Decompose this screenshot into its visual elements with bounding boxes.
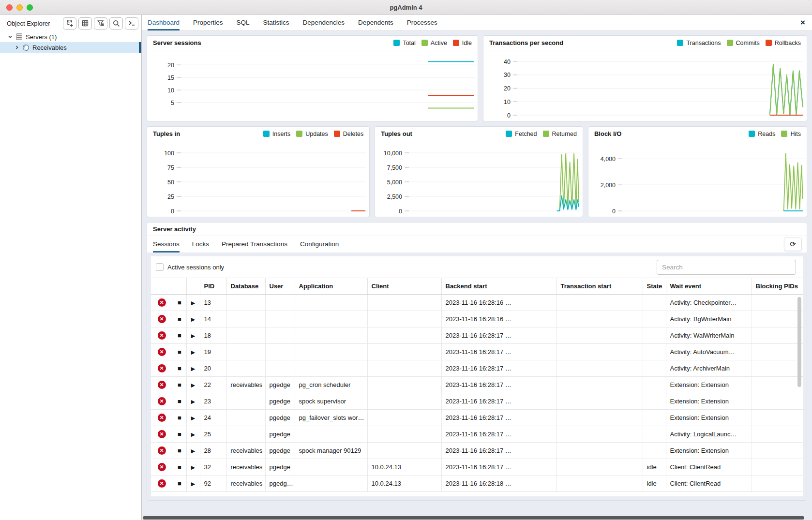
refresh-button[interactable]: ⟳ bbox=[784, 237, 802, 251]
col-database[interactable]: Database bbox=[226, 278, 265, 295]
activity-tab-configuration[interactable]: Configuration bbox=[300, 236, 339, 253]
col-state[interactable]: State bbox=[643, 278, 666, 295]
col-transaction-start[interactable]: Transaction start bbox=[556, 278, 643, 295]
terminate-session-button[interactable]: ✕ bbox=[158, 348, 166, 356]
terminate-session-button[interactable]: ✕ bbox=[158, 364, 166, 372]
cell-transaction-start bbox=[556, 393, 643, 410]
terminate-session-button[interactable]: ✕ bbox=[158, 381, 166, 389]
cancel-query-button[interactable]: ■ bbox=[178, 315, 181, 323]
search-button[interactable] bbox=[109, 17, 123, 30]
terminate-session-button-cell: ✕ bbox=[151, 311, 173, 327]
row-details-expand-button[interactable]: ▶ bbox=[191, 300, 195, 306]
terminate-session-button[interactable]: ✕ bbox=[158, 298, 166, 307]
horizontal-scrollbar[interactable] bbox=[143, 516, 804, 520]
tab-dependencies[interactable]: Dependencies bbox=[303, 15, 345, 30]
row-details-expand-button[interactable]: ▶ bbox=[191, 448, 195, 454]
cell-pid: 20 bbox=[200, 360, 226, 377]
terminate-session-button[interactable]: ✕ bbox=[158, 446, 166, 455]
psql-tool-button[interactable] bbox=[125, 17, 138, 30]
window-close-button[interactable] bbox=[6, 4, 13, 11]
tab-statistics[interactable]: Statistics bbox=[263, 15, 289, 30]
row-details-expand-button[interactable]: ▶ bbox=[191, 349, 195, 355]
main-tabbar-tabs: DashboardPropertiesSQLStatisticsDependen… bbox=[148, 15, 451, 30]
chart-area-transactions-per-second: 403020100 bbox=[483, 50, 807, 121]
chevron-down-icon[interactable] bbox=[7, 34, 14, 39]
search-input[interactable] bbox=[657, 260, 796, 275]
row-details-expand-button-cell: ▶ bbox=[186, 426, 200, 443]
terminate-session-button[interactable]: ✕ bbox=[158, 331, 166, 340]
cell-backend-start: 2023-11-16 16:28:17 … bbox=[441, 410, 556, 426]
terminate-session-button[interactable]: ✕ bbox=[158, 397, 166, 405]
row-details-expand-button[interactable]: ▶ bbox=[191, 431, 195, 437]
cell-wait-event: Activity: LogicalLaunc… bbox=[666, 426, 752, 443]
terminate-session-button[interactable]: ✕ bbox=[158, 414, 166, 422]
col-user[interactable]: User bbox=[265, 278, 295, 295]
window-zoom-button[interactable] bbox=[27, 4, 33, 11]
terminate-session-button[interactable]: ✕ bbox=[158, 430, 166, 438]
col-application[interactable]: Application bbox=[295, 278, 367, 295]
chart-area-server-sessions: 2015105 bbox=[147, 50, 478, 121]
col-actions-1 bbox=[151, 278, 173, 295]
col-backend-start[interactable]: Backend start bbox=[441, 278, 556, 295]
table-vertical-scrollbar[interactable] bbox=[797, 297, 801, 387]
terminate-session-button[interactable]: ✕ bbox=[158, 463, 166, 471]
terminate-session-button-cell: ✕ bbox=[151, 393, 173, 410]
activity-tab-sessions[interactable]: Sessions bbox=[153, 236, 180, 253]
cancel-query-button[interactable]: ■ bbox=[178, 348, 181, 356]
svg-text:5: 5 bbox=[171, 100, 174, 106]
col-pid[interactable]: PID bbox=[200, 278, 226, 295]
tree-item-receivables[interactable]: Receivables bbox=[0, 42, 141, 53]
cancel-query-button[interactable]: ■ bbox=[178, 299, 181, 306]
tab-dashboard[interactable]: Dashboard bbox=[148, 15, 180, 30]
tab-properties[interactable]: Properties bbox=[193, 15, 223, 30]
legend-swatch-rollbacks bbox=[766, 40, 772, 46]
query-tool-button[interactable] bbox=[78, 17, 92, 30]
terminate-session-button[interactable]: ✕ bbox=[158, 479, 166, 488]
active-sessions-checkbox[interactable] bbox=[156, 263, 164, 271]
row-details-expand-button[interactable]: ▶ bbox=[191, 481, 195, 487]
cancel-query-button[interactable]: ■ bbox=[178, 463, 181, 471]
close-icon[interactable]: × bbox=[800, 18, 805, 27]
terminate-session-button-cell: ✕ bbox=[151, 459, 173, 475]
col-wait-event[interactable]: Wait event bbox=[666, 278, 752, 295]
tree-item-servers[interactable]: Servers (1) bbox=[0, 31, 141, 42]
connect-server-button[interactable] bbox=[63, 17, 76, 30]
cancel-query-button[interactable]: ■ bbox=[178, 447, 181, 454]
cancel-query-button[interactable]: ■ bbox=[178, 431, 181, 438]
row-details-expand-button[interactable]: ▶ bbox=[191, 464, 195, 470]
terminate-session-button[interactable]: ✕ bbox=[158, 315, 166, 323]
tab-processes[interactable]: Processes bbox=[407, 15, 437, 30]
tab-sql[interactable]: SQL bbox=[237, 15, 250, 30]
activity-tab-locks[interactable]: Locks bbox=[192, 236, 209, 253]
col-blocking-pids[interactable]: Blocking PIDs bbox=[752, 278, 803, 295]
cell-wait-event: Extension: Extension bbox=[666, 377, 752, 393]
svg-text:7,500: 7,500 bbox=[387, 164, 402, 171]
cancel-query-button[interactable]: ■ bbox=[178, 381, 181, 388]
cancel-query-button[interactable]: ■ bbox=[178, 480, 181, 487]
row-details-expand-button[interactable]: ▶ bbox=[191, 316, 195, 322]
row-details-expand-button[interactable]: ▶ bbox=[191, 333, 195, 339]
row-details-expand-button[interactable]: ▶ bbox=[191, 399, 195, 404]
active-sessions-toggle[interactable]: Active sessions only bbox=[156, 263, 224, 271]
cell-database bbox=[226, 426, 265, 443]
col-client[interactable]: Client bbox=[367, 278, 441, 295]
filter-button[interactable] bbox=[94, 17, 107, 30]
cancel-query-button[interactable]: ■ bbox=[178, 398, 181, 405]
cancel-query-button[interactable]: ■ bbox=[178, 332, 181, 339]
terminate-session-button-cell: ✕ bbox=[151, 295, 173, 311]
tab-dependents[interactable]: Dependents bbox=[358, 15, 393, 30]
cell-user: pgedge bbox=[265, 426, 295, 443]
row-details-expand-button[interactable]: ▶ bbox=[191, 366, 195, 371]
chart-title-tuples-in: Tuples in bbox=[153, 130, 180, 137]
window-minimize-button[interactable] bbox=[16, 4, 23, 11]
activity-tab-prepared-transactions[interactable]: Prepared Transactions bbox=[222, 236, 287, 253]
row-details-expand-button[interactable]: ▶ bbox=[191, 415, 195, 421]
cancel-query-button[interactable]: ■ bbox=[178, 414, 181, 421]
table-row-pid-24: ✕■▶24pgedgepg_failover_slots wor…2023-11… bbox=[151, 410, 803, 426]
chevron-right-icon[interactable] bbox=[14, 45, 20, 50]
row-details-expand-button[interactable]: ▶ bbox=[191, 382, 195, 388]
cancel-query-button[interactable]: ■ bbox=[178, 365, 181, 372]
svg-text:15: 15 bbox=[167, 74, 174, 81]
legend-label-rollbacks: Rollbacks bbox=[775, 40, 801, 46]
cell-database: receivables bbox=[226, 475, 265, 492]
